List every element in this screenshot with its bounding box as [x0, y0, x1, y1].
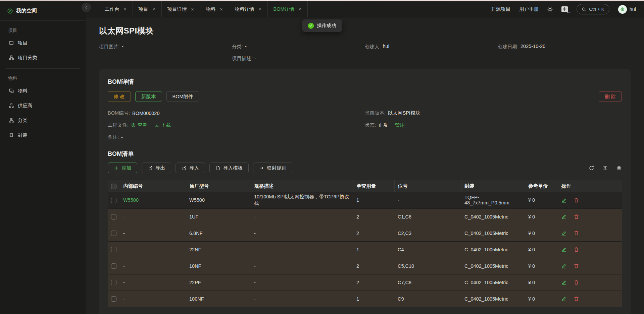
delete-row-button[interactable] [574, 279, 579, 285]
edit-row-button[interactable] [561, 247, 567, 252]
导出-button[interactable]: 导出 [142, 163, 171, 173]
sidebar-item-供应商[interactable]: 供应商 [0, 98, 86, 113]
close-icon[interactable] [152, 7, 156, 11]
trash-icon [574, 263, 579, 269]
theme-sun-icon[interactable] [547, 7, 553, 12]
delete-row-button[interactable] [574, 296, 579, 302]
workspace-title: 我的空间 [16, 7, 37, 14]
edit-row-button[interactable] [561, 296, 567, 302]
delete-row-button[interactable] [574, 197, 579, 203]
cell-footprint: C_0402_1005Metric [461, 241, 525, 258]
row-operations [561, 296, 618, 302]
close-icon[interactable] [219, 7, 223, 11]
avatar: ❋ [618, 5, 627, 14]
edit-row-button[interactable] [561, 214, 567, 219]
sidebar-item-分类[interactable]: 分类 [0, 113, 86, 128]
sidebar-item-物料[interactable]: 物料 [0, 83, 86, 98]
row-checkbox[interactable] [111, 214, 116, 219]
page-title: 以太网SPI模块 [99, 25, 631, 36]
row-operations [561, 214, 618, 219]
row-checkbox[interactable] [111, 263, 116, 269]
chevron-left-icon [84, 5, 88, 9]
select-all-checkbox[interactable] [111, 184, 116, 189]
remark-row: 备注: - [108, 134, 365, 140]
edit-row-button[interactable] [561, 263, 567, 269]
language-toggle-icon[interactable]: 中 en [561, 6, 568, 12]
cell-footprint: C_0402_1005Metric [461, 225, 525, 241]
delete-button[interactable]: 删 除 [599, 91, 622, 102]
user-menu[interactable]: ❋ hui [618, 5, 636, 14]
tab-BOM详情[interactable]: BOM详情 [268, 1, 308, 17]
添加-button[interactable]: 添加 [108, 163, 137, 173]
映射规则-button[interactable]: 映射规则 [253, 163, 292, 173]
edit-row-button[interactable] [561, 230, 567, 236]
cell-price: ¥ 0 [525, 274, 558, 291]
refresh-icon[interactable] [589, 165, 594, 171]
delete-row-button[interactable] [574, 214, 579, 219]
close-icon[interactable] [191, 7, 194, 11]
bom-table: 内部编号原厂型号规格描述单套用量位号封装参考单价操作 W5500W550010/… [108, 180, 622, 307]
tab-项目[interactable]: 项目 [133, 1, 162, 17]
disable-link[interactable]: 禁用 [395, 122, 405, 128]
table-row: W5500W550010/100Mb SPI以太网控制器，带TCP/IP协议栈1… [108, 192, 622, 208]
delete-row-button[interactable] [574, 263, 579, 269]
row-checkbox[interactable] [111, 296, 116, 302]
download-file-link[interactable]: 下载 [154, 122, 171, 128]
bom-attachment-button[interactable]: BOM附件 [166, 91, 199, 102]
cell-qty: 1 [353, 241, 394, 258]
cell-desc: - [251, 274, 353, 291]
column-header: 参考单价 [525, 180, 558, 192]
tab-物料[interactable]: 物料 [200, 1, 229, 17]
nav-open-source-link[interactable]: 开源项目 [491, 6, 510, 12]
internal-code-link[interactable]: W5500 [123, 197, 139, 203]
row-operations [561, 197, 618, 203]
row-height-icon[interactable] [602, 165, 608, 171]
导入-button[interactable]: 导入 [176, 163, 205, 173]
sidebar-collapse-button[interactable] [82, 3, 91, 12]
search-input[interactable]: Ctrl + K [577, 4, 609, 14]
material-icon [9, 88, 14, 93]
导入模板-button[interactable]: 导入模板 [209, 163, 249, 173]
sidebar-section-label: 项目 [8, 27, 86, 34]
new-version-button[interactable]: 新版本 [135, 91, 162, 102]
table-row: -6.8NF-2C2,C3C_0402_1005Metric¥ 0 [108, 225, 622, 241]
sidebar-item-项目[interactable]: 项目 [0, 36, 86, 50]
status-label: 状态: [365, 122, 376, 128]
button-label: 导入 [189, 165, 199, 171]
edit-row-button[interactable] [561, 279, 567, 285]
view-file-link[interactable]: 查看 [131, 122, 147, 128]
close-icon[interactable] [298, 7, 302, 11]
close-icon[interactable] [123, 7, 127, 11]
gear-icon[interactable] [616, 165, 622, 171]
delete-row-button[interactable] [574, 230, 579, 236]
cell-desc: 10/100Mb SPI以太网控制器，带TCP/IP协议栈 [251, 192, 353, 208]
row-checkbox[interactable] [111, 280, 116, 285]
button-label: 导出 [155, 165, 165, 171]
field-value: hui [383, 44, 389, 50]
cell-footprint: C_0402_1005Metric [461, 208, 525, 225]
nav-user-manual-link[interactable]: 用户手册 [519, 6, 539, 12]
close-icon[interactable] [258, 7, 262, 11]
delete-row-button[interactable] [574, 247, 579, 252]
sidebar-item-label: 供应商 [18, 103, 33, 109]
bom-number-label: BOM编号: [108, 110, 130, 116]
search-shortcut: Ctrl + K [589, 7, 604, 12]
sidebar-item-封装[interactable]: 封装 [0, 128, 86, 142]
sitemap-icon [9, 118, 14, 123]
row-checkbox[interactable] [111, 247, 116, 252]
button-label: 添加 [121, 165, 131, 171]
template-icon [215, 166, 220, 171]
sidebar-item-label: 项目 [18, 40, 28, 46]
tab-物料详情[interactable]: 物料详情 [229, 1, 268, 17]
project-icon [9, 40, 14, 46]
edit-row-button[interactable] [561, 197, 567, 203]
bom-info: BOM编号: BOM000020 当前版本: 以太网SPI模块 工程文件: [108, 110, 622, 140]
sidebar-item-项目分类[interactable]: 项目分类 [0, 50, 86, 65]
modify-button[interactable]: 修 改 [108, 91, 131, 102]
cell-price: ¥ 0 [525, 208, 558, 225]
sidebar-item-label: 封装 [18, 132, 28, 138]
tab-工作台[interactable]: 工作台 [99, 1, 133, 17]
row-checkbox[interactable] [111, 231, 116, 236]
tab-项目详情[interactable]: 项目详情 [162, 1, 200, 17]
row-checkbox[interactable] [111, 198, 116, 203]
